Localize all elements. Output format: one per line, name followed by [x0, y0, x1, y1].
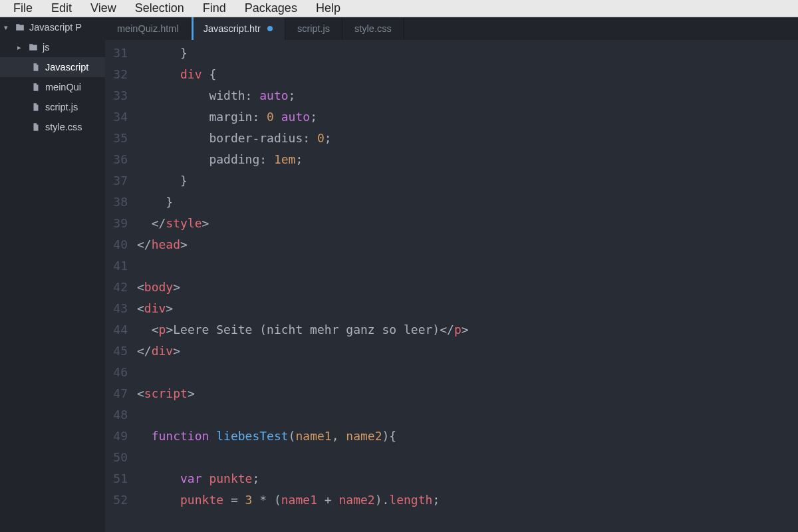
tree-folder-label: js [43, 42, 49, 53]
tab-meinquiz[interactable]: meinQuiz.html [105, 17, 192, 40]
file-icon [31, 102, 41, 112]
tree-file-scriptjs[interactable]: script.js [0, 97, 105, 117]
menu-file[interactable]: File [4, 0, 42, 17]
folder-icon [15, 23, 25, 32]
tree-file-label: style.css [45, 122, 82, 132]
folder-icon [28, 43, 39, 52]
tab-bar: meinQuiz.html Javascript.htr script.js s… [105, 17, 798, 40]
file-icon [31, 63, 41, 72]
tree-file-meinquiz[interactable]: meinQui [0, 77, 105, 97]
tab-label: Javascript.htr [203, 23, 261, 34]
tab-label: meinQuiz.html [117, 23, 179, 34]
project-tree: ▾ Javascript P ▸ js Javascript meinQui [0, 17, 105, 532]
tab-stylecss[interactable]: style.css [342, 17, 404, 40]
tree-file-stylecss[interactable]: style.css [0, 117, 105, 137]
menu-find[interactable]: Find [194, 0, 235, 17]
tab-label: script.js [297, 23, 330, 34]
tab-label: style.css [354, 23, 392, 34]
tree-root-folder[interactable]: ▾ Javascript P [0, 17, 105, 37]
tree-file-javascript[interactable]: Javascript [0, 57, 105, 77]
file-icon [31, 122, 41, 132]
tab-javascript[interactable]: Javascript.htr [192, 17, 285, 40]
tree-file-label: script.js [45, 102, 78, 112]
menu-selection[interactable]: Selection [126, 0, 194, 17]
file-icon [31, 82, 41, 92]
menu-help[interactable]: Help [307, 0, 350, 17]
chevron-down-icon: ▾ [4, 23, 11, 32]
tree-file-label: Javascript [45, 62, 88, 72]
menu-view[interactable]: View [81, 0, 126, 17]
code-content[interactable]: } div { width: auto; margin: 0 auto; bor… [137, 40, 798, 532]
tab-scriptjs[interactable]: script.js [285, 17, 342, 40]
menu-bar: File Edit View Selection Find Packages H… [0, 0, 798, 17]
tree-folder-js[interactable]: ▸ js [0, 37, 105, 57]
chevron-right-icon: ▸ [17, 43, 24, 52]
menu-edit[interactable]: Edit [42, 0, 81, 17]
code-editor[interactable]: 3132333435363738394041424344454647484950… [105, 40, 798, 532]
unsaved-indicator-icon [267, 26, 273, 31]
tree-root-label: Javascript P [29, 22, 82, 33]
line-number-gutter: 3132333435363738394041424344454647484950… [105, 40, 137, 532]
tree-file-label: meinQui [45, 82, 81, 92]
menu-packages[interactable]: Packages [235, 0, 307, 17]
